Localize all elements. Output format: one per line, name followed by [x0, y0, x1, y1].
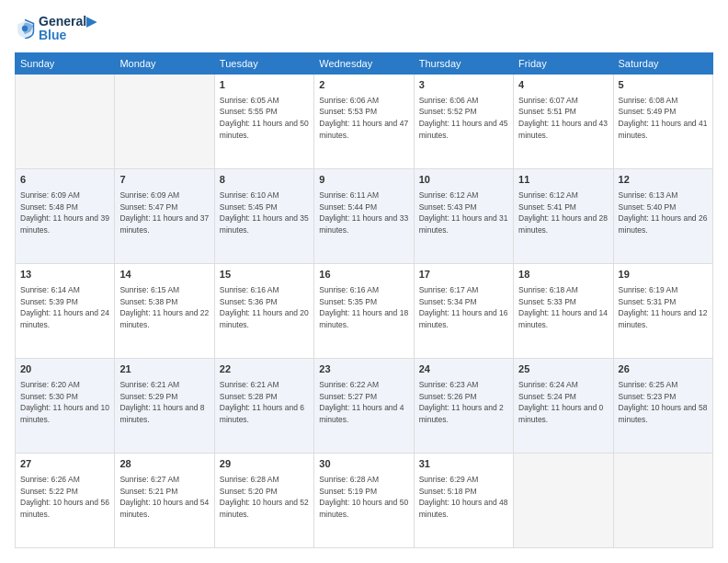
- calendar-cell: 8Sunrise: 6:10 AM Sunset: 5:45 PM Daylig…: [214, 168, 313, 263]
- day-info: Sunrise: 6:20 AM Sunset: 5:30 PM Dayligh…: [20, 379, 109, 426]
- day-number: 17: [419, 268, 508, 282]
- day-info: Sunrise: 6:25 AM Sunset: 5:23 PM Dayligh…: [619, 379, 708, 426]
- column-header-friday: Friday: [514, 52, 613, 74]
- day-number: 2: [319, 78, 408, 93]
- day-info: Sunrise: 6:28 AM Sunset: 5:20 PM Dayligh…: [220, 474, 309, 521]
- day-info: Sunrise: 6:05 AM Sunset: 5:55 PM Dayligh…: [220, 95, 309, 142]
- day-number: 5: [619, 78, 708, 93]
- day-info: Sunrise: 6:16 AM Sunset: 5:35 PM Dayligh…: [319, 284, 408, 331]
- calendar-cell: 16Sunrise: 6:16 AM Sunset: 5:35 PM Dayli…: [314, 263, 414, 358]
- week-row-4: 20Sunrise: 6:20 AM Sunset: 5:30 PM Dayli…: [16, 358, 713, 453]
- day-info: Sunrise: 6:18 AM Sunset: 5:33 PM Dayligh…: [518, 284, 608, 331]
- day-number: 15: [220, 268, 309, 282]
- day-number: 31: [419, 457, 508, 472]
- day-info: Sunrise: 6:06 AM Sunset: 5:52 PM Dayligh…: [419, 95, 508, 142]
- calendar-cell: 4Sunrise: 6:07 AM Sunset: 5:51 PM Daylig…: [514, 74, 613, 168]
- calendar-cell: [514, 453, 613, 547]
- day-info: Sunrise: 6:24 AM Sunset: 5:24 PM Dayligh…: [518, 379, 608, 426]
- calendar-cell: 14Sunrise: 6:15 AM Sunset: 5:38 PM Dayli…: [115, 263, 214, 358]
- day-info: Sunrise: 6:08 AM Sunset: 5:49 PM Dayligh…: [619, 95, 708, 142]
- week-row-5: 27Sunrise: 6:26 AM Sunset: 5:22 PM Dayli…: [16, 453, 713, 547]
- column-header-monday: Monday: [115, 52, 214, 74]
- calendar-cell: 21Sunrise: 6:21 AM Sunset: 5:29 PM Dayli…: [115, 358, 214, 453]
- day-info: Sunrise: 6:16 AM Sunset: 5:36 PM Dayligh…: [220, 284, 309, 331]
- calendar-cell: 9Sunrise: 6:11 AM Sunset: 5:44 PM Daylig…: [314, 168, 414, 263]
- day-number: 27: [20, 457, 109, 472]
- calendar-cell: 7Sunrise: 6:09 AM Sunset: 5:47 PM Daylig…: [115, 168, 214, 263]
- day-info: Sunrise: 6:17 AM Sunset: 5:34 PM Dayligh…: [419, 284, 508, 331]
- calendar-cell: [613, 453, 712, 547]
- calendar-cell: 17Sunrise: 6:17 AM Sunset: 5:34 PM Dayli…: [414, 263, 513, 358]
- calendar-cell: 10Sunrise: 6:12 AM Sunset: 5:43 PM Dayli…: [414, 168, 513, 263]
- day-number: 18: [518, 268, 608, 282]
- day-info: Sunrise: 6:21 AM Sunset: 5:29 PM Dayligh…: [119, 379, 209, 426]
- day-info: Sunrise: 6:22 AM Sunset: 5:27 PM Dayligh…: [319, 379, 408, 426]
- calendar-cell: 18Sunrise: 6:18 AM Sunset: 5:33 PM Dayli…: [514, 263, 613, 358]
- calendar-cell: [16, 74, 115, 168]
- day-info: Sunrise: 6:07 AM Sunset: 5:51 PM Dayligh…: [518, 95, 608, 142]
- day-info: Sunrise: 6:09 AM Sunset: 5:47 PM Dayligh…: [119, 190, 209, 236]
- calendar-cell: 31Sunrise: 6:29 AM Sunset: 5:18 PM Dayli…: [414, 453, 513, 547]
- calendar-cell: 12Sunrise: 6:13 AM Sunset: 5:40 PM Dayli…: [613, 168, 712, 263]
- day-number: 19: [619, 268, 708, 282]
- calendar-cell: 2Sunrise: 6:06 AM Sunset: 5:53 PM Daylig…: [314, 74, 414, 168]
- calendar-cell: 20Sunrise: 6:20 AM Sunset: 5:30 PM Dayli…: [16, 358, 115, 453]
- header-row: SundayMondayTuesdayWednesdayThursdayFrid…: [16, 52, 713, 74]
- day-info: Sunrise: 6:23 AM Sunset: 5:26 PM Dayligh…: [419, 379, 508, 426]
- column-header-wednesday: Wednesday: [314, 52, 414, 74]
- day-number: 24: [419, 362, 508, 377]
- calendar: SundayMondayTuesdayWednesdayThursdayFrid…: [15, 52, 713, 548]
- day-info: Sunrise: 6:26 AM Sunset: 5:22 PM Dayligh…: [20, 474, 109, 521]
- calendar-cell: 5Sunrise: 6:08 AM Sunset: 5:49 PM Daylig…: [613, 74, 712, 168]
- day-number: 8: [220, 173, 309, 188]
- day-number: 22: [220, 362, 309, 377]
- calendar-cell: 27Sunrise: 6:26 AM Sunset: 5:22 PM Dayli…: [16, 453, 115, 547]
- logo-text: General▶ Blue: [39, 15, 97, 43]
- calendar-cell: 6Sunrise: 6:09 AM Sunset: 5:48 PM Daylig…: [16, 168, 115, 263]
- day-number: 30: [319, 457, 408, 472]
- day-number: 6: [20, 173, 109, 188]
- calendar-cell: 22Sunrise: 6:21 AM Sunset: 5:28 PM Dayli…: [214, 358, 313, 453]
- week-row-2: 6Sunrise: 6:09 AM Sunset: 5:48 PM Daylig…: [16, 168, 713, 263]
- day-info: Sunrise: 6:14 AM Sunset: 5:39 PM Dayligh…: [20, 284, 109, 331]
- day-number: 14: [119, 268, 209, 282]
- day-number: 16: [319, 268, 408, 282]
- column-header-thursday: Thursday: [414, 52, 513, 74]
- calendar-cell: 25Sunrise: 6:24 AM Sunset: 5:24 PM Dayli…: [514, 358, 613, 453]
- calendar-cell: 11Sunrise: 6:12 AM Sunset: 5:41 PM Dayli…: [514, 168, 613, 263]
- calendar-cell: 30Sunrise: 6:28 AM Sunset: 5:19 PM Dayli…: [314, 453, 414, 547]
- day-info: Sunrise: 6:11 AM Sunset: 5:44 PM Dayligh…: [319, 190, 408, 236]
- calendar-cell: 19Sunrise: 6:19 AM Sunset: 5:31 PM Dayli…: [613, 263, 712, 358]
- page: General▶ Blue SundayMondayTuesdayWednesd…: [0, 0, 728, 563]
- day-number: 29: [220, 457, 309, 472]
- day-info: Sunrise: 6:29 AM Sunset: 5:18 PM Dayligh…: [419, 474, 508, 521]
- logo-icon: [15, 18, 35, 39]
- day-info: Sunrise: 6:28 AM Sunset: 5:19 PM Dayligh…: [319, 474, 408, 521]
- column-header-saturday: Saturday: [613, 52, 712, 74]
- day-number: 10: [419, 173, 508, 188]
- week-row-3: 13Sunrise: 6:14 AM Sunset: 5:39 PM Dayli…: [16, 263, 713, 358]
- day-number: 7: [119, 173, 209, 188]
- logo: General▶ Blue: [15, 15, 97, 43]
- day-info: Sunrise: 6:10 AM Sunset: 5:45 PM Dayligh…: [220, 190, 309, 236]
- week-row-1: 1Sunrise: 6:05 AM Sunset: 5:55 PM Daylig…: [16, 74, 713, 168]
- day-number: 12: [619, 173, 708, 188]
- day-number: 20: [20, 362, 109, 377]
- calendar-cell: 24Sunrise: 6:23 AM Sunset: 5:26 PM Dayli…: [414, 358, 513, 453]
- day-number: 23: [319, 362, 408, 377]
- svg-point-2: [22, 26, 28, 31]
- calendar-cell: [115, 74, 214, 168]
- day-info: Sunrise: 6:21 AM Sunset: 5:28 PM Dayligh…: [220, 379, 309, 426]
- day-number: 3: [419, 78, 508, 93]
- calendar-cell: 26Sunrise: 6:25 AM Sunset: 5:23 PM Dayli…: [613, 358, 712, 453]
- day-info: Sunrise: 6:09 AM Sunset: 5:48 PM Dayligh…: [20, 190, 109, 236]
- day-info: Sunrise: 6:12 AM Sunset: 5:41 PM Dayligh…: [518, 190, 608, 236]
- calendar-cell: 3Sunrise: 6:06 AM Sunset: 5:52 PM Daylig…: [414, 74, 513, 168]
- day-info: Sunrise: 6:27 AM Sunset: 5:21 PM Dayligh…: [119, 474, 209, 521]
- day-number: 4: [518, 78, 608, 93]
- calendar-cell: 29Sunrise: 6:28 AM Sunset: 5:20 PM Dayli…: [214, 453, 313, 547]
- day-info: Sunrise: 6:15 AM Sunset: 5:38 PM Dayligh…: [119, 284, 209, 331]
- calendar-cell: 28Sunrise: 6:27 AM Sunset: 5:21 PM Dayli…: [115, 453, 214, 547]
- day-info: Sunrise: 6:19 AM Sunset: 5:31 PM Dayligh…: [619, 284, 708, 331]
- column-header-tuesday: Tuesday: [214, 52, 313, 74]
